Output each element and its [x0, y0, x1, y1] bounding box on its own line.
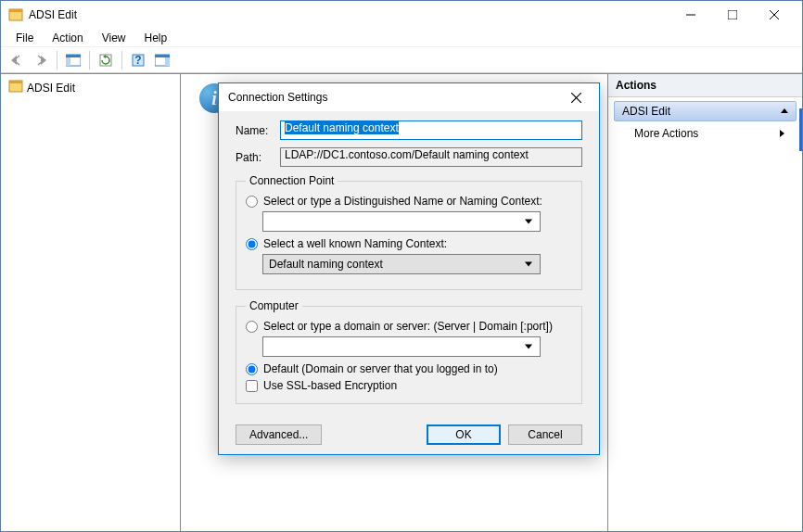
adsi-edit-icon: [8, 79, 23, 96]
toolbar: ?: [1, 47, 802, 73]
menu-help[interactable]: Help: [137, 30, 175, 46]
show-hide-tree-button[interactable]: [63, 50, 83, 70]
advanced-button[interactable]: Advanced...: [236, 424, 322, 445]
radio-dn-label: Select or type a Distinguished Name or N…: [263, 195, 542, 208]
dialog-title: Connection Settings: [228, 91, 562, 104]
scrollbar-indicator: [799, 108, 802, 151]
dialog-titlebar: Connection Settings: [219, 83, 599, 111]
combo-domain-server[interactable]: [262, 336, 541, 357]
tree-pane: ADSI Edit: [1, 74, 181, 531]
radio-domain-label: Select or type a domain or server: (Serv…: [263, 320, 553, 333]
svg-rect-3: [728, 10, 737, 19]
svg-text:?: ?: [134, 54, 141, 67]
combo-well-known-context[interactable]: Default naming context: [262, 254, 541, 274]
radio-default-label: Default (Domain or server that you logge…: [263, 362, 498, 375]
help-button[interactable]: ?: [128, 50, 148, 70]
forward-button[interactable]: [31, 50, 51, 70]
action-more-label: More Actions: [634, 127, 698, 140]
ok-button[interactable]: OK: [427, 424, 501, 445]
svg-rect-8: [66, 55, 81, 57]
path-input: LDAP://DC1.contoso.com/Default naming co…: [280, 147, 582, 167]
radio-domain-server[interactable]: [246, 321, 258, 333]
name-label: Name:: [236, 124, 273, 137]
maximize-button[interactable]: [711, 2, 753, 28]
menu-file[interactable]: File: [8, 30, 41, 46]
actions-header: Actions: [608, 74, 802, 97]
toolbar-divider: [89, 51, 90, 70]
computer-group: Computer Select or type a domain or serv…: [236, 299, 582, 404]
tree-root-adsi-edit[interactable]: ADSI Edit: [5, 78, 176, 97]
menu-view[interactable]: View: [95, 30, 134, 46]
checkbox-ssl[interactable]: [246, 380, 258, 392]
name-input[interactable]: Default naming context: [280, 120, 582, 140]
app-icon: [8, 7, 23, 22]
action-pane: Actions ADSI Edit More Actions: [608, 74, 802, 531]
computer-legend: Computer: [246, 299, 302, 312]
menu-action[interactable]: Action: [45, 30, 90, 46]
cancel-button[interactable]: Cancel: [508, 424, 582, 445]
connection-point-group: Connection Point Select or type a Distin…: [236, 174, 582, 290]
connection-settings-dialog: Connection Settings Name: Default naming…: [218, 82, 600, 455]
window-titlebar: ADSI Edit: [1, 1, 802, 29]
svg-rect-14: [155, 55, 170, 57]
checkbox-ssl-label: Use SSL-based Encryption: [263, 379, 397, 392]
chevron-right-icon: [780, 127, 785, 140]
action-more-actions[interactable]: More Actions: [614, 121, 797, 146]
menubar: File Action View Help: [1, 29, 802, 47]
show-hide-action-pane-button[interactable]: [152, 50, 172, 70]
toolbar-divider: [121, 51, 122, 70]
action-group-adsi-edit[interactable]: ADSI Edit: [614, 101, 797, 121]
connection-point-legend: Connection Point: [246, 174, 338, 187]
minimize-button[interactable]: [669, 2, 711, 28]
action-group-label: ADSI Edit: [622, 105, 670, 118]
tree-root-label: ADSI Edit: [27, 82, 75, 95]
dialog-close-button[interactable]: [562, 84, 590, 110]
back-button[interactable]: [6, 50, 27, 70]
refresh-button[interactable]: [96, 50, 116, 70]
close-button[interactable]: [753, 2, 795, 28]
radio-default-computer[interactable]: [246, 363, 258, 375]
svg-rect-1: [9, 9, 22, 12]
radio-well-known-context[interactable]: [246, 238, 258, 250]
path-label: Path:: [236, 151, 273, 164]
combo-distinguished-name[interactable]: [262, 211, 541, 232]
toolbar-divider: [57, 51, 57, 70]
radio-wk-label: Select a well known Naming Context:: [263, 237, 447, 250]
radio-distinguished-name[interactable]: [246, 196, 258, 208]
collapse-icon: [781, 105, 788, 118]
window-title: ADSI Edit: [29, 8, 669, 21]
svg-rect-16: [9, 81, 22, 83]
